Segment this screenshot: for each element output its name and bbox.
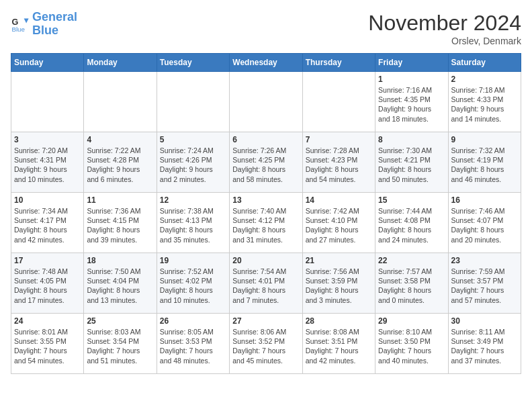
day-number: 4 xyxy=(87,135,153,144)
calendar-cell: 15Sunrise: 7:44 AM Sunset: 4:08 PM Dayli… xyxy=(375,193,448,253)
day-info: Sunrise: 7:18 AM Sunset: 4:33 PM Dayligh… xyxy=(451,85,518,124)
day-info: Sunrise: 8:05 AM Sunset: 3:53 PM Dayligh… xyxy=(160,327,226,365)
day-info: Sunrise: 8:10 AM Sunset: 3:50 PM Dayligh… xyxy=(378,327,445,365)
day-number: 22 xyxy=(378,256,445,265)
day-info: Sunrise: 7:30 AM Sunset: 4:21 PM Dayligh… xyxy=(378,146,445,184)
day-info: Sunrise: 7:38 AM Sunset: 4:13 PM Dayligh… xyxy=(160,206,226,244)
day-info: Sunrise: 8:11 AM Sunset: 3:49 PM Dayligh… xyxy=(451,327,518,365)
logo-text-line2: Blue xyxy=(32,24,77,38)
calendar-cell: 28Sunrise: 8:08 AM Sunset: 3:51 PM Dayli… xyxy=(302,314,375,374)
day-number: 15 xyxy=(378,195,445,205)
calendar-week-row: 17Sunrise: 7:48 AM Sunset: 4:05 PM Dayli… xyxy=(11,253,521,314)
day-info: Sunrise: 7:28 AM Sunset: 4:23 PM Dayligh… xyxy=(306,146,372,184)
col-header-saturday: Saturday xyxy=(448,54,521,72)
calendar-cell: 10Sunrise: 7:34 AM Sunset: 4:17 PM Dayli… xyxy=(11,193,84,253)
day-number: 8 xyxy=(378,135,445,144)
day-info: Sunrise: 8:06 AM Sunset: 3:52 PM Dayligh… xyxy=(232,327,299,365)
day-number: 11 xyxy=(87,195,153,205)
day-number: 20 xyxy=(232,256,299,265)
day-info: Sunrise: 7:54 AM Sunset: 4:01 PM Dayligh… xyxy=(232,267,299,305)
calendar-week-row: 3Sunrise: 7:20 AM Sunset: 4:31 PM Daylig… xyxy=(11,132,521,193)
calendar-cell xyxy=(11,72,84,132)
calendar-cell xyxy=(230,72,302,132)
calendar-table: SundayMondayTuesdayWednesdayThursdayFrid… xyxy=(11,53,521,374)
calendar-cell: 29Sunrise: 8:10 AM Sunset: 3:50 PM Dayli… xyxy=(375,314,448,374)
calendar-week-row: 10Sunrise: 7:34 AM Sunset: 4:17 PM Dayli… xyxy=(11,193,521,253)
day-info: Sunrise: 7:50 AM Sunset: 4:04 PM Dayligh… xyxy=(87,267,153,305)
day-info: Sunrise: 8:03 AM Sunset: 3:54 PM Dayligh… xyxy=(87,327,153,365)
day-number: 29 xyxy=(378,316,445,326)
calendar-week-row: 1Sunrise: 7:16 AM Sunset: 4:35 PM Daylig… xyxy=(11,72,521,132)
col-header-thursday: Thursday xyxy=(302,54,375,72)
calendar-cell: 11Sunrise: 7:36 AM Sunset: 4:15 PM Dayli… xyxy=(84,193,157,253)
month-title: November 2024 xyxy=(368,11,521,36)
calendar-cell: 8Sunrise: 7:30 AM Sunset: 4:21 PM Daylig… xyxy=(375,132,448,193)
day-number: 12 xyxy=(160,195,226,205)
calendar-cell: 9Sunrise: 7:32 AM Sunset: 4:19 PM Daylig… xyxy=(448,132,521,193)
day-info: Sunrise: 7:44 AM Sunset: 4:08 PM Dayligh… xyxy=(378,206,445,244)
day-info: Sunrise: 8:08 AM Sunset: 3:51 PM Dayligh… xyxy=(306,327,372,365)
calendar-cell: 7Sunrise: 7:28 AM Sunset: 4:23 PM Daylig… xyxy=(302,132,375,193)
day-info: Sunrise: 7:40 AM Sunset: 4:12 PM Dayligh… xyxy=(232,206,299,244)
day-number: 13 xyxy=(232,195,299,205)
day-info: Sunrise: 8:01 AM Sunset: 3:55 PM Dayligh… xyxy=(14,327,81,365)
day-info: Sunrise: 7:22 AM Sunset: 4:28 PM Dayligh… xyxy=(87,146,153,184)
calendar-cell: 16Sunrise: 7:46 AM Sunset: 4:07 PM Dayli… xyxy=(448,193,521,253)
day-number: 1 xyxy=(378,75,445,84)
svg-text:Blue: Blue xyxy=(11,26,25,33)
page-header: G Blue General Blue November 2024 Orslev… xyxy=(11,11,521,46)
calendar-cell: 18Sunrise: 7:50 AM Sunset: 4:04 PM Dayli… xyxy=(84,253,157,314)
calendar-cell: 27Sunrise: 8:06 AM Sunset: 3:52 PM Dayli… xyxy=(230,314,302,374)
col-header-sunday: Sunday xyxy=(11,54,84,72)
day-number: 24 xyxy=(14,316,81,326)
day-number: 27 xyxy=(232,316,299,326)
day-number: 18 xyxy=(87,256,153,265)
calendar-cell: 26Sunrise: 8:05 AM Sunset: 3:53 PM Dayli… xyxy=(157,314,229,374)
day-number: 9 xyxy=(451,135,518,144)
day-number: 7 xyxy=(306,135,372,144)
col-header-tuesday: Tuesday xyxy=(157,54,229,72)
calendar-cell: 12Sunrise: 7:38 AM Sunset: 4:13 PM Dayli… xyxy=(157,193,229,253)
calendar-cell: 1Sunrise: 7:16 AM Sunset: 4:35 PM Daylig… xyxy=(375,72,448,132)
day-info: Sunrise: 7:56 AM Sunset: 3:59 PM Dayligh… xyxy=(306,267,372,305)
day-info: Sunrise: 7:48 AM Sunset: 4:05 PM Dayligh… xyxy=(14,267,81,305)
day-number: 2 xyxy=(451,75,518,84)
calendar-cell: 21Sunrise: 7:56 AM Sunset: 3:59 PM Dayli… xyxy=(302,253,375,314)
location: Orslev, Denmark xyxy=(368,36,521,46)
day-info: Sunrise: 7:46 AM Sunset: 4:07 PM Dayligh… xyxy=(451,206,518,244)
day-number: 3 xyxy=(14,135,81,144)
calendar-cell: 5Sunrise: 7:24 AM Sunset: 4:26 PM Daylig… xyxy=(157,132,229,193)
day-number: 14 xyxy=(306,195,372,205)
logo-icon: G Blue xyxy=(11,15,30,34)
calendar-cell: 22Sunrise: 7:57 AM Sunset: 3:58 PM Dayli… xyxy=(375,253,448,314)
day-info: Sunrise: 7:20 AM Sunset: 4:31 PM Dayligh… xyxy=(14,146,81,184)
day-info: Sunrise: 7:57 AM Sunset: 3:58 PM Dayligh… xyxy=(378,267,445,305)
day-number: 30 xyxy=(451,316,518,326)
calendar-cell: 20Sunrise: 7:54 AM Sunset: 4:01 PM Dayli… xyxy=(230,253,302,314)
calendar-cell: 6Sunrise: 7:26 AM Sunset: 4:25 PM Daylig… xyxy=(230,132,302,193)
day-info: Sunrise: 7:59 AM Sunset: 3:57 PM Dayligh… xyxy=(451,267,518,305)
day-info: Sunrise: 7:26 AM Sunset: 4:25 PM Dayligh… xyxy=(232,146,299,184)
logo-text-line1: General xyxy=(32,11,77,24)
day-info: Sunrise: 7:36 AM Sunset: 4:15 PM Dayligh… xyxy=(87,206,153,244)
day-number: 17 xyxy=(14,256,81,265)
calendar-cell: 30Sunrise: 8:11 AM Sunset: 3:49 PM Dayli… xyxy=(448,314,521,374)
calendar-cell: 3Sunrise: 7:20 AM Sunset: 4:31 PM Daylig… xyxy=(11,132,84,193)
col-header-friday: Friday xyxy=(375,54,448,72)
calendar-week-row: 24Sunrise: 8:01 AM Sunset: 3:55 PM Dayli… xyxy=(11,314,521,374)
calendar-cell xyxy=(84,72,157,132)
day-number: 10 xyxy=(14,195,81,205)
calendar-cell xyxy=(157,72,229,132)
day-number: 19 xyxy=(160,256,226,265)
day-info: Sunrise: 7:32 AM Sunset: 4:19 PM Dayligh… xyxy=(451,146,518,184)
day-info: Sunrise: 7:16 AM Sunset: 4:35 PM Dayligh… xyxy=(378,85,445,124)
calendar-cell: 13Sunrise: 7:40 AM Sunset: 4:12 PM Dayli… xyxy=(230,193,302,253)
day-number: 26 xyxy=(160,316,226,326)
day-number: 25 xyxy=(87,316,153,326)
day-info: Sunrise: 7:34 AM Sunset: 4:17 PM Dayligh… xyxy=(14,206,81,244)
day-number: 16 xyxy=(451,195,518,205)
calendar-header-row: SundayMondayTuesdayWednesdayThursdayFrid… xyxy=(11,54,521,72)
day-number: 21 xyxy=(306,256,372,265)
day-info: Sunrise: 7:24 AM Sunset: 4:26 PM Dayligh… xyxy=(160,146,226,184)
logo: G Blue General Blue xyxy=(11,11,77,38)
